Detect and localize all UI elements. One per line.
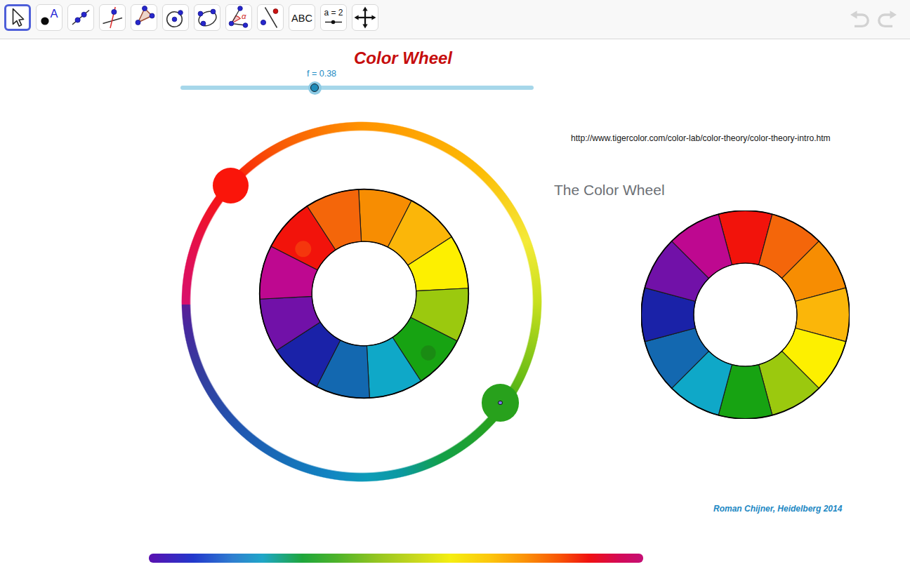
svg-text:α: α — [242, 12, 246, 20]
svg-text:a = 2: a = 2 — [324, 8, 343, 18]
svg-text:ABC: ABC — [291, 13, 312, 24]
svg-text:A: A — [51, 7, 58, 20]
